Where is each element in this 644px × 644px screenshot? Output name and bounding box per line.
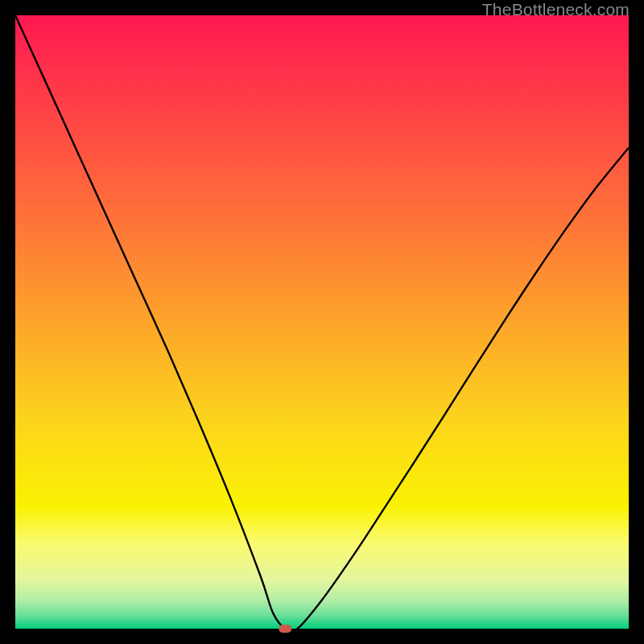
bottleneck-curve <box>15 15 629 632</box>
bottleneck-curve-svg <box>15 15 629 629</box>
plot-area <box>15 15 629 629</box>
chart-frame: { "watermark": "TheBottleneck.com", "cha… <box>0 0 644 644</box>
watermark-text: TheBottleneck.com <box>482 0 630 19</box>
minimum-marker <box>279 625 291 633</box>
